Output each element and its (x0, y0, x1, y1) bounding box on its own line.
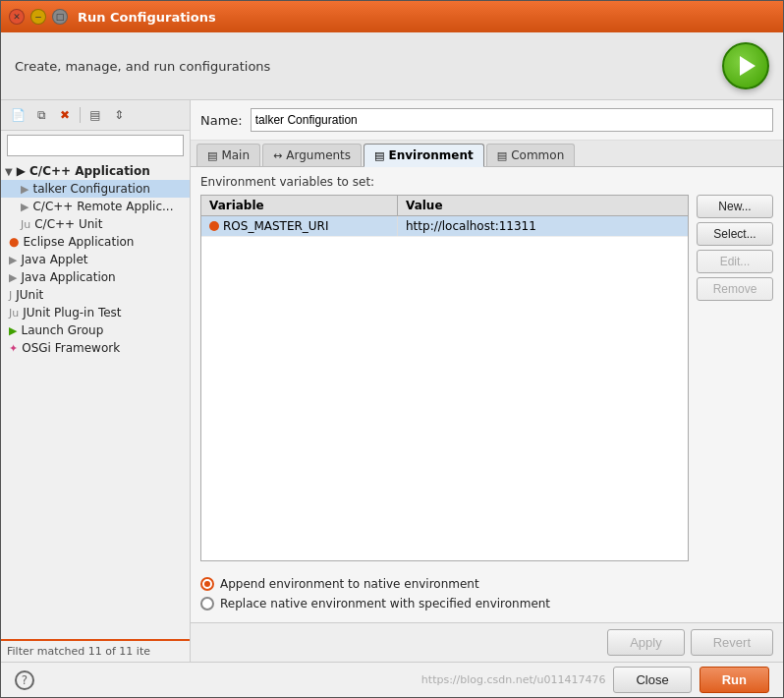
tab-environment[interactable]: ▤ Environment (364, 144, 484, 167)
java-app-icon: ▶ (9, 271, 17, 284)
tree-remote-applic[interactable]: ▶ C/C++ Remote Applic... (1, 198, 190, 215)
action-bar: Apply Revert (191, 622, 783, 662)
tree-item-label: JUnit (16, 288, 43, 302)
collapse-btn[interactable]: ⇕ (108, 104, 130, 126)
tree-item-label: Launch Group (21, 323, 103, 337)
tree-item-label: C/C++ Remote Applic... (32, 200, 173, 213)
tree-talker-config[interactable]: ▶ talker Configuration (1, 180, 190, 198)
cpp-unit-icon: Ju (21, 218, 30, 231)
env-cell-variable: ROS_MASTER_URI (201, 216, 398, 236)
title-bar: ✕ − □ Run Configurations (1, 1, 783, 32)
delete-btn[interactable]: ✖ (54, 104, 76, 126)
tree-item-label: C/C++ Unit (34, 217, 102, 231)
append-radio-circle (200, 577, 214, 591)
run-btn[interactable]: Run (700, 667, 769, 693)
remove-env-btn[interactable]: Remove (697, 277, 773, 301)
env-status-dot (209, 221, 219, 231)
env-tab-icon: ▤ (374, 149, 384, 162)
env-table: Variable Value ROS_MASTER_URI http://loc… (200, 195, 689, 561)
tabs-bar: ▤ Main ↔ Arguments ▤ Environment ▤ Commo… (191, 141, 783, 167)
replace-radio[interactable]: Replace native environment with specifie… (200, 597, 773, 611)
select-env-btn[interactable]: Select... (697, 222, 773, 246)
tab-arguments-label: Arguments (286, 148, 351, 162)
play-triangle (740, 56, 756, 76)
append-radio[interactable]: Append environment to native environment (200, 577, 773, 591)
tree-java-app[interactable]: ▶ Java Application (1, 268, 190, 286)
close-btn[interactable]: Close (613, 667, 691, 693)
table-and-buttons: Variable Value ROS_MASTER_URI http://loc… (200, 195, 773, 561)
radio-group: Append environment to native environment… (200, 569, 773, 614)
tree-item-label: Java Application (21, 270, 115, 284)
tree-junit-plugin[interactable]: Ju JUnit Plug-in Test (1, 304, 190, 321)
main-tab-icon: ▤ (207, 149, 217, 162)
env-cell-value: http://localhost:11311 (398, 216, 688, 236)
run-icon-button[interactable] (722, 42, 769, 89)
minimize-btn[interactable]: − (30, 9, 46, 25)
tree-java-applet[interactable]: ▶ Java Applet (1, 251, 190, 268)
junit-icon: J (9, 289, 12, 302)
window-title: Run Configurations (78, 10, 216, 25)
args-tab-icon: ↔ (273, 149, 282, 162)
tab-main[interactable]: ▤ Main (196, 144, 260, 166)
maximize-btn[interactable]: □ (52, 9, 68, 25)
tree-item-label: OSGi Framework (22, 341, 120, 355)
tab-common[interactable]: ▤ Common (486, 144, 575, 166)
tree-item-label: C/C++ Application (29, 164, 150, 178)
col-variable: Variable (201, 196, 398, 215)
tree-item-label: Java Applet (21, 253, 87, 266)
tab-common-label: Common (511, 148, 564, 162)
run-configurations-window: ✕ − □ Run Configurations Create, manage,… (0, 0, 784, 698)
close-window-btn[interactable]: ✕ (9, 9, 25, 25)
left-panel: 📄 ⧉ ✖ ▤ ⇕ ▼ ▶ C/C++ Application ▶ talker… (1, 100, 191, 662)
left-toolbar: 📄 ⧉ ✖ ▤ ⇕ (1, 100, 190, 131)
junit-plugin-icon: Ju (9, 307, 19, 320)
env-table-body: ROS_MASTER_URI http://localhost:11311 (201, 216, 688, 560)
remote-icon: ▶ (21, 201, 28, 213)
right-panel: Name: ▤ Main ↔ Arguments ▤ Environment (191, 100, 783, 662)
main-content: 📄 ⧉ ✖ ▤ ⇕ ▼ ▶ C/C++ Application ▶ talker… (1, 100, 783, 662)
tab-main-label: Main (221, 148, 250, 162)
watermark: https://blog.csdn.net/u011417476 (421, 673, 606, 686)
panel-content: Environment variables to set: Variable V… (191, 167, 783, 622)
append-radio-label: Append environment to native environment (220, 577, 479, 591)
name-row: Name: (191, 100, 783, 141)
tree-cpp-unit[interactable]: Ju C/C++ Unit (1, 215, 190, 233)
footer-bar: ? https://blog.csdn.net/u011417476 Close… (1, 662, 783, 697)
filter-status: Filter matched 11 of 11 ite (1, 639, 190, 662)
tree-item-label: Eclipse Application (23, 235, 134, 249)
header-bar: Create, manage, and run configurations (1, 32, 783, 100)
expand-arrow: ▼ (5, 166, 13, 177)
name-label: Name: (200, 113, 243, 128)
env-header: Environment variables to set: (200, 175, 773, 189)
revert-btn[interactable]: Revert (691, 629, 773, 656)
tree-osgi[interactable]: ✦ OSGi Framework (1, 339, 190, 357)
apply-btn[interactable]: Apply (607, 629, 685, 656)
osgi-icon: ✦ (9, 342, 18, 355)
edit-env-btn[interactable]: Edit... (697, 250, 773, 273)
cpp-icon: ▶ (17, 164, 26, 178)
common-tab-icon: ▤ (497, 149, 507, 162)
tree-launch-group[interactable]: ▶ Launch Group (1, 321, 190, 339)
new-env-btn[interactable]: New... (697, 195, 773, 218)
replace-radio-label: Replace native environment with specifie… (220, 597, 550, 611)
help-btn[interactable]: ? (15, 670, 34, 690)
env-var-name: ROS_MASTER_URI (223, 219, 329, 233)
table-row[interactable]: ROS_MASTER_URI http://localhost:11311 (201, 216, 688, 237)
name-input[interactable] (251, 108, 773, 132)
tree-cpp-application[interactable]: ▼ ▶ C/C++ Application (1, 162, 190, 180)
append-radio-dot (204, 581, 210, 587)
tree-view: ▼ ▶ C/C++ Application ▶ talker Configura… (1, 160, 190, 639)
col-value: Value (398, 196, 688, 215)
replace-radio-circle (200, 597, 214, 611)
launch-group-icon: ▶ (9, 324, 17, 337)
new-config-btn[interactable]: 📄 (7, 104, 28, 126)
tree-eclipse-app[interactable]: ● Eclipse Application (1, 233, 190, 251)
tab-environment-label: Environment (388, 148, 473, 162)
tree-item-label: talker Configuration (32, 182, 149, 196)
tab-arguments[interactable]: ↔ Arguments (262, 144, 362, 166)
filter-btn[interactable]: ▤ (84, 104, 106, 126)
toolbar-sep (80, 107, 81, 123)
duplicate-btn[interactable]: ⧉ (30, 104, 52, 126)
tree-junit[interactable]: J JUnit (1, 286, 190, 304)
search-input[interactable] (7, 135, 184, 156)
